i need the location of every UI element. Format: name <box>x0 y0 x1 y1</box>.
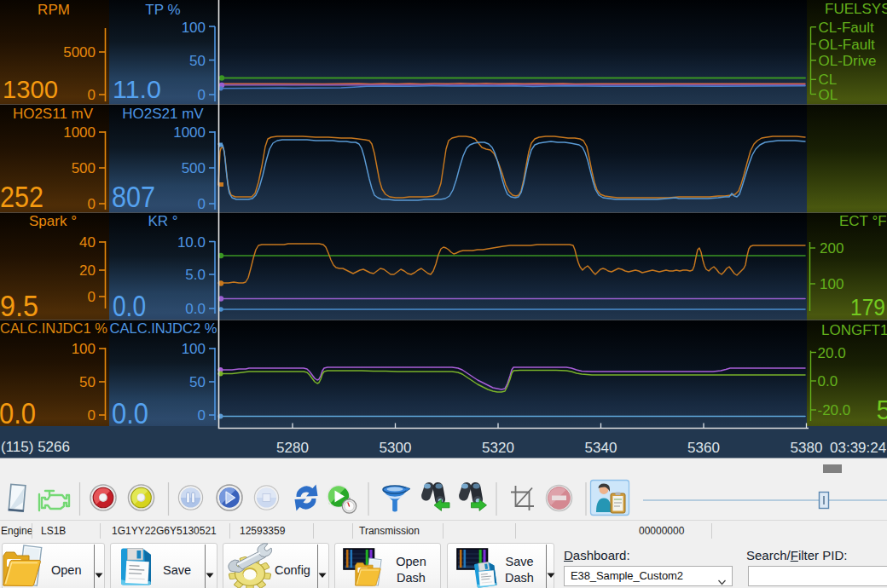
svg-text:HO2S21 mV: HO2S21 mV <box>122 106 204 122</box>
svg-text:1000: 1000 <box>173 124 206 141</box>
svg-text:1000: 1000 <box>63 124 96 141</box>
svg-text:179: 179 <box>850 293 885 320</box>
svg-text:0: 0 <box>88 87 96 103</box>
svg-text:0.0: 0.0 <box>0 397 36 429</box>
svg-text:FUELSYSA: FUELSYSA <box>825 1 887 17</box>
svg-text:100: 100 <box>182 341 206 357</box>
svg-text:0: 0 <box>88 289 96 305</box>
svg-text:KR °: KR ° <box>148 213 177 229</box>
svg-text:CL-Fault: CL-Fault <box>819 20 874 36</box>
svg-text:(115) 5266: (115) 5266 <box>1 439 70 455</box>
svg-text:0.0: 0.0 <box>113 289 146 322</box>
svg-text:0: 0 <box>198 407 206 424</box>
svg-text:CALC.INJDC1 %: CALC.INJDC1 % <box>0 320 107 336</box>
svg-text:ECT °F: ECT °F <box>839 213 887 229</box>
svg-text:0: 0 <box>88 407 96 424</box>
svg-text:200: 200 <box>820 240 844 257</box>
svg-text:5.0: 5.0 <box>185 267 206 283</box>
svg-text:11.0: 11.0 <box>113 75 161 103</box>
svg-text:20: 20 <box>79 262 96 279</box>
svg-text:1300: 1300 <box>3 75 58 103</box>
svg-text:OL-Fault: OL-Fault <box>819 37 875 53</box>
svg-text:5280: 5280 <box>276 440 309 456</box>
svg-text:100: 100 <box>820 276 844 292</box>
svg-text:0: 0 <box>88 196 96 212</box>
svg-text:5: 5 <box>877 395 887 425</box>
svg-text:OL-Drive: OL-Drive <box>819 53 877 69</box>
svg-text:40: 40 <box>79 234 96 251</box>
svg-text:5340: 5340 <box>585 440 617 456</box>
svg-text:TP %: TP % <box>145 2 180 18</box>
svg-text:50: 50 <box>79 374 96 390</box>
svg-text:500: 500 <box>72 160 96 176</box>
svg-text:0.0: 0.0 <box>185 301 206 317</box>
svg-text:03:39:24: 03:39:24 <box>830 440 886 456</box>
svg-text:807: 807 <box>112 181 155 213</box>
svg-text:9.5: 9.5 <box>0 289 38 322</box>
svg-text:CL: CL <box>819 72 838 88</box>
svg-text:5360: 5360 <box>687 440 720 456</box>
svg-text:500: 500 <box>182 160 206 176</box>
svg-text:Spark °: Spark ° <box>29 213 77 229</box>
svg-text:50: 50 <box>189 374 206 390</box>
svg-text:CALC.INJDC2 %: CALC.INJDC2 % <box>110 320 217 336</box>
svg-text:0: 0 <box>198 196 206 212</box>
svg-text:5300: 5300 <box>380 440 412 456</box>
svg-text:0.0: 0.0 <box>818 373 838 389</box>
svg-text:100: 100 <box>72 341 96 357</box>
svg-text:0.0: 0.0 <box>112 397 148 429</box>
svg-text:5380: 5380 <box>791 440 823 456</box>
svg-text:20.0: 20.0 <box>818 345 846 361</box>
svg-text:HO2S11 mV: HO2S11 mV <box>13 106 94 122</box>
svg-text:OL: OL <box>819 87 838 103</box>
svg-text:LONGFT1: LONGFT1 <box>821 322 887 338</box>
svg-text:10.0: 10.0 <box>177 234 206 251</box>
svg-text:100: 100 <box>182 20 206 36</box>
svg-text:5000: 5000 <box>63 44 96 61</box>
svg-text:RPM: RPM <box>38 2 70 18</box>
svg-text:50: 50 <box>189 53 206 69</box>
svg-text:0: 0 <box>198 87 206 103</box>
svg-text:252: 252 <box>0 181 43 213</box>
svg-text:-20.0: -20.0 <box>818 402 851 418</box>
svg-text:5320: 5320 <box>482 440 514 456</box>
